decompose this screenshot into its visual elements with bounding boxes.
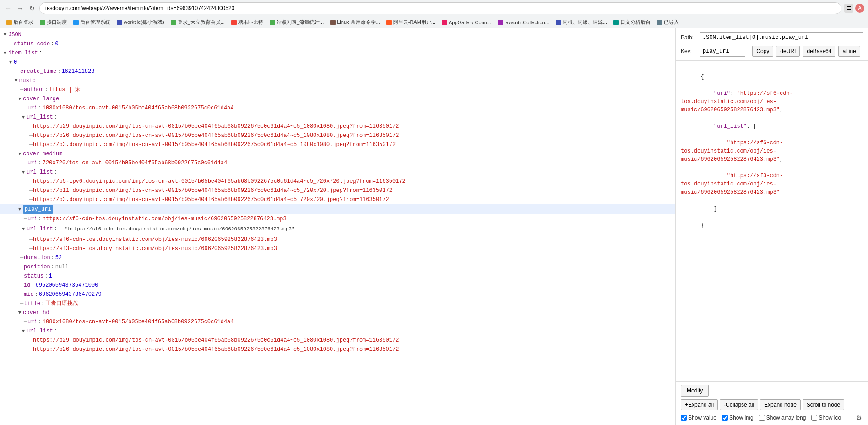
expand-node-button[interactable]: Expand node — [760, 399, 801, 410]
path-row: Path: — [681, 32, 863, 43]
cover-large-uri-val: 1080x1080/tos-cn-avt-0015/b05be404f65ab6… — [43, 104, 234, 112]
bookmark-item[interactable]: 接口调度 — [37, 18, 70, 27]
right-panel: Path: Key: : Copy deURI deBase64 aLine {… — [676, 28, 868, 425]
show-ico-checkbox[interactable]: Show ico — [811, 414, 841, 421]
json-display[interactable]: { "uri": "https://sf6-cdn-tos.douyinstat… — [676, 61, 868, 381]
cover-medium-uri-key: uri — [27, 159, 38, 167]
cover-medium-url-0[interactable]: https://p5-ipv6.douyinpic.com/img/tos-cn… — [33, 177, 406, 185]
create-time-val: 1621411828 — [61, 67, 94, 76]
collapse-cover-large[interactable]: ▼ — [16, 96, 23, 102]
status-val: 1 — [49, 272, 52, 280]
forward-button[interactable]: → — [16, 4, 25, 13]
show-ico-check[interactable] — [811, 415, 817, 421]
cover-hd-url-0[interactable]: https://p29.douyinpic.com/img/tos-cn-avt… — [33, 336, 399, 344]
author-key: author — [24, 86, 43, 94]
path-input[interactable] — [700, 32, 863, 43]
debase64-button[interactable]: deBase64 — [803, 46, 835, 57]
cover-medium-url-1[interactable]: https://p11.douyinpic.com/img/tos-cn-avt… — [33, 186, 392, 195]
key-input[interactable] — [700, 46, 745, 57]
path-label: Path: — [681, 34, 697, 41]
cover-large-url-0[interactable]: https://p29.douyinpic.com/img/tos-cn-avt… — [33, 122, 399, 131]
bookmark-item[interactable]: 登录_大立教育会员... — [168, 18, 228, 27]
title-key: title — [24, 300, 40, 308]
show-array-leng-label: Show array leng — [766, 414, 806, 421]
play-url-url-1[interactable]: https://sf3-cdn-tos.douyinstatic.com/obj… — [33, 245, 277, 253]
collapse-cover-large-urllist[interactable]: ▼ — [20, 114, 27, 120]
cover-large-url-1[interactable]: https://p26.douyinpic.com/img/tos-cn-avt… — [33, 131, 399, 140]
id-val: 6962065943736471000 — [36, 281, 98, 289]
collapse-cover-medium-urllist[interactable]: ▼ — [20, 169, 27, 175]
copy-button[interactable]: Copy — [752, 46, 773, 57]
bookmark-icon — [231, 20, 237, 25]
json-tree-panel: ▼ JSON status_code : 0 ▼ item_list : ▼ 0… — [0, 28, 676, 425]
show-ico-label: Show ico — [819, 414, 841, 421]
show-img-check[interactable] — [722, 415, 728, 421]
bookmark-item[interactable]: 后台管理系统 — [71, 18, 113, 27]
json-root-label: JSON — [8, 31, 22, 39]
show-img-checkbox[interactable]: Show img — [722, 414, 754, 421]
bookmark-item[interactable]: Linux 常用命令学... — [327, 18, 383, 27]
play-url-uri-val[interactable]: https://sf6-cdn-tos.douyinstatic.com/obj… — [43, 215, 287, 223]
show-value-checkbox[interactable]: Show value — [681, 414, 716, 421]
show-array-leng-check[interactable] — [759, 415, 765, 421]
bookmark-item[interactable]: 已导入 — [654, 18, 682, 27]
profile-icon[interactable]: A — [855, 4, 864, 13]
bookmark-item[interactable]: 糖果匹比特 — [228, 18, 266, 27]
collapse-cover-hd[interactable]: ▼ — [16, 310, 23, 316]
collapse-idx0[interactable]: ▼ — [7, 59, 14, 65]
collapse-all-button[interactable]: -Collapse all — [720, 399, 758, 410]
show-array-leng-checkbox[interactable]: Show array leng — [759, 414, 806, 421]
extensions-icon[interactable]: ☰ — [844, 4, 853, 13]
collapse-cover-medium[interactable]: ▼ — [16, 151, 23, 157]
settings-gear-icon[interactable]: ⚙ — [854, 413, 863, 422]
aline-button[interactable]: aLine — [838, 46, 860, 57]
bookmark-item[interactable]: java.util.Collection... — [495, 19, 552, 26]
browser-chrome: ← → ↻ ☰ A — [0, 0, 868, 16]
play-url-uri-key: uri — [27, 215, 38, 223]
bookmark-item[interactable]: 日文分析后台 — [611, 18, 653, 27]
expand-all-button[interactable]: +Expand all — [681, 399, 718, 410]
cover-medium-urllist-key: url_list — [27, 168, 53, 176]
deuri-button[interactable]: deURI — [776, 46, 800, 57]
key-row: Key: : Copy deURI deBase64 aLine — [681, 46, 863, 57]
bookmark-item[interactable]: 词根、词缀、词源... — [553, 18, 610, 27]
collapse-play-url-urllist[interactable]: ▼ — [20, 226, 27, 232]
bookmark-item[interactable]: AppGallery Conn... — [439, 19, 494, 26]
item-list-key: item_list — [8, 49, 38, 57]
bookmark-icon — [657, 20, 662, 25]
collapse-item-list[interactable]: ▼ — [2, 50, 8, 56]
address-bar[interactable] — [39, 2, 841, 14]
music-key: music — [19, 76, 36, 85]
cover-hd-uri-val: 1080x1080/tos-cn-avt-0015/b05be404f65ab6… — [43, 318, 234, 326]
play-url-url-0[interactable]: https://sf6-cdn-tos.douyinstatic.com/obj… — [33, 235, 277, 244]
cover-hd-url-1[interactable]: https://p26.douyinpic.com/img/tos-cn-avt… — [33, 345, 399, 354]
show-value-check[interactable] — [681, 415, 687, 421]
collapse-cover-hd-urllist[interactable]: ▼ — [20, 328, 27, 334]
bookmark-item[interactable]: worktile(抓小游戏) — [114, 18, 167, 27]
collapse-music[interactable]: ▼ — [13, 77, 19, 84]
status-code-val: 0 — [55, 40, 58, 48]
bookmark-item[interactable]: 后台登录 — [4, 18, 36, 27]
cover-medium-url-2[interactable]: https://p3.douyinpic.com/img/tos-cn-avt-… — [33, 196, 389, 204]
play-url-key[interactable]: play_url — [23, 205, 53, 214]
show-value-label: Show value — [688, 414, 716, 421]
id-key: id — [24, 281, 30, 289]
bookmark-icon — [270, 20, 275, 25]
bookmark-icon — [613, 20, 619, 25]
create-time-key: create_time — [20, 67, 56, 76]
collapse-json-root[interactable]: ▼ — [2, 32, 8, 38]
play-url-urllist-key: url_list — [27, 225, 53, 233]
refresh-button[interactable]: ↻ — [27, 4, 37, 13]
bookmark-item[interactable]: 站点列表_流量统计... — [267, 18, 326, 27]
back-button[interactable]: ← — [4, 4, 13, 13]
mid-val: 6962065943736470279 — [39, 290, 102, 299]
key-colon: : — [748, 48, 749, 54]
position-key: position — [24, 263, 50, 271]
modify-button[interactable]: Modify — [681, 385, 709, 397]
collapse-play-url[interactable]: ▼ — [16, 206, 23, 212]
bookmark-icon — [73, 20, 79, 25]
bookmark-item[interactable]: 阿里云-RAM用户... — [384, 18, 438, 27]
bookmark-icon — [171, 20, 176, 25]
cover-large-url-2[interactable]: https://p3.douyinpic.com/img/tos-cn-avt-… — [33, 141, 396, 149]
scroll-to-node-button[interactable]: Scroll to node — [803, 399, 844, 410]
